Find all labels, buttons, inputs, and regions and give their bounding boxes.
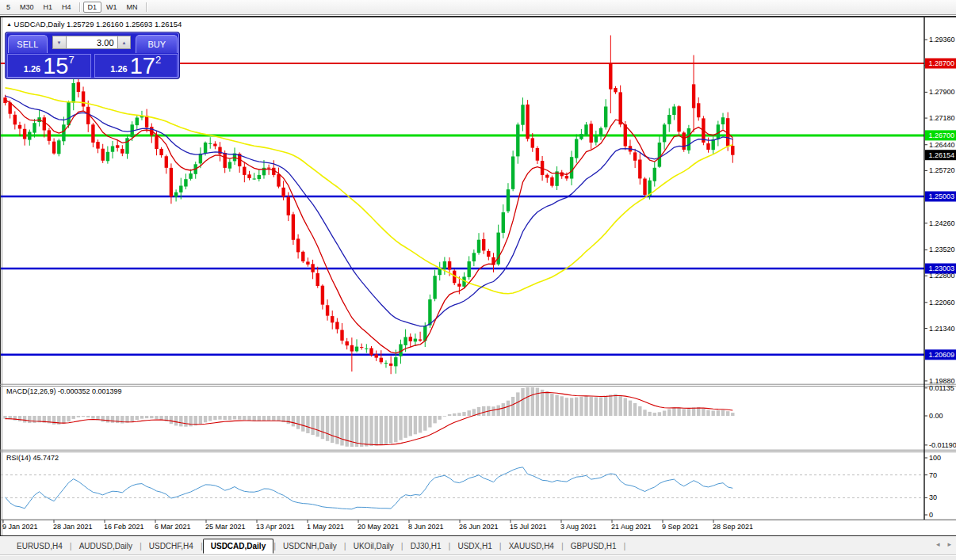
chart-tab-eurusd[interactable]: EURUSD,H4	[10, 539, 70, 553]
spinner-down-icon: ▼	[57, 40, 62, 45]
svg-text:20 May 2021: 20 May 2021	[358, 523, 399, 531]
svg-text:25 Mar 2021: 25 Mar 2021	[205, 523, 246, 531]
svg-text:1.23520: 1.23520	[929, 246, 955, 253]
ma-slow-line	[6, 88, 733, 294]
svg-text:15 Jul 2021: 15 Jul 2021	[510, 523, 547, 531]
tab-scroll-left-icon[interactable]: ◂	[936, 540, 940, 548]
support-resistance-lines[interactable]	[1, 63, 924, 355]
svg-text:70: 70	[929, 471, 937, 479]
svg-text:1.20609: 1.20609	[929, 351, 955, 359]
chart-expand-icon[interactable]: ▲	[6, 21, 12, 27]
buy-button[interactable]: BUY	[136, 35, 178, 53]
chart-tab-dj30[interactable]: DJ30,H1	[403, 539, 449, 553]
rsi-indicator-label: RSI(14) 45.7472	[6, 454, 59, 462]
chart-tab-gbpusd[interactable]: GBPUSD,H1	[564, 539, 624, 553]
chart-tab-xauusd[interactable]: XAUUSD,H4	[502, 539, 561, 553]
svg-text:1.21340: 1.21340	[929, 325, 955, 333]
mt4-terminal: 5M30H1H4D1W1MN 1.293601.286401.279001.27…	[0, 0, 956, 560]
one-click-trading-panel: SELL ▼ ▲ BUY 1.26157 1.26172	[6, 32, 179, 78]
svg-text:6 Mar 2021: 6 Mar 2021	[155, 523, 191, 531]
svg-text:1 May 2021: 1 May 2021	[307, 523, 344, 531]
svg-text:13 Apr 2021: 13 Apr 2021	[256, 523, 295, 531]
tab-separator: |	[624, 541, 626, 550]
svg-text:1.26700: 1.26700	[929, 131, 955, 139]
chart-symbol-label: USDCAD,Daily	[14, 20, 65, 29]
trade-panel-prices: 1.26157 1.26172	[7, 54, 178, 78]
chart-header: ▲ USDCAD,Daily 1.25729 1.26160 1.25693 1…	[6, 20, 182, 29]
rsi-axis: 10070300	[924, 454, 941, 519]
chart-tab-bar: EURUSD,H4|AUDUSD,Daily|USDCHF,H4|USDCAD,…	[0, 537, 956, 554]
svg-text:1.27180: 1.27180	[929, 114, 955, 122]
trade-panel-controls: SELL ▼ ▲ BUY	[6, 33, 178, 54]
svg-text:21 Aug 2021: 21 Aug 2021	[611, 523, 652, 531]
tab-scroll-nav: ◂ ▸	[936, 540, 951, 548]
svg-text:1.28700: 1.28700	[929, 59, 955, 67]
chart-tab-usdcnh[interactable]: USDCNH,Daily	[276, 539, 344, 553]
spinner-up-icon: ▲	[121, 40, 126, 45]
date-axis[interactable]: 9 Jan 202128 Jan 202116 Feb 20216 Mar 20…	[2, 520, 753, 531]
candlesticks-layer	[3, 36, 734, 375]
buy-price-big: 17	[130, 55, 155, 76]
svg-text:1.22060: 1.22060	[929, 299, 955, 307]
sell-price-display[interactable]: 1.26157	[7, 54, 91, 78]
svg-text:28 Sep 2021: 28 Sep 2021	[713, 523, 753, 531]
sell-button[interactable]: SELL	[8, 35, 48, 53]
macd-indicator-label: MACD(12,26,9) -0.000352 0.001399	[6, 387, 122, 395]
chart-tab-usdcad[interactable]: USDCAD,Daily	[203, 539, 273, 554]
sell-price-sup: 7	[68, 54, 74, 66]
buy-price-sup: 2	[155, 54, 161, 66]
svg-text:30: 30	[929, 493, 937, 501]
buy-price-display[interactable]: 1.26172	[94, 54, 178, 78]
volume-increase-button[interactable]: ▲	[117, 36, 132, 49]
svg-text:0.01135: 0.01135	[929, 384, 954, 392]
chart-tab-usdchf[interactable]: USDCHF,H4	[142, 539, 201, 553]
svg-text:1.25003: 1.25003	[929, 192, 955, 200]
svg-text:9 Sep 2021: 9 Sep 2021	[662, 523, 698, 531]
svg-text:1.23003: 1.23003	[929, 265, 955, 272]
svg-text:0: 0	[929, 511, 933, 519]
svg-text:8 Jun 2021: 8 Jun 2021	[408, 523, 444, 531]
volume-decrease-button[interactable]: ▼	[52, 36, 67, 49]
price-axis[interactable]: 1.293601.286401.279001.271801.264401.257…	[924, 36, 956, 385]
chart-tab-audusd[interactable]: AUDUSD,Daily	[72, 539, 140, 553]
svg-text:26 Jun 2021: 26 Jun 2021	[459, 523, 499, 531]
volume-input[interactable]	[67, 36, 117, 49]
window-resize-strip	[0, 554, 956, 560]
svg-text:1.27900: 1.27900	[929, 88, 955, 96]
macd-axis: 0.011350.00-0.01190	[924, 384, 956, 449]
svg-text:0.00: 0.00	[929, 412, 943, 420]
svg-text:1.26440: 1.26440	[929, 141, 955, 149]
chart-tab-usdx[interactable]: USDX,H1	[450, 539, 499, 553]
svg-text:100: 100	[929, 454, 941, 462]
svg-text:16 Feb 2021: 16 Feb 2021	[104, 523, 144, 531]
rsi-line	[6, 467, 733, 509]
svg-text:1.25720: 1.25720	[929, 166, 955, 174]
svg-text:1.24260: 1.24260	[929, 219, 955, 227]
chart-canvas[interactable]: 1.293601.286401.279001.271801.264401.257…	[0, 0, 956, 560]
svg-text:9 Jan 2021: 9 Jan 2021	[2, 523, 38, 531]
sell-price-prefix: 1.26	[24, 64, 40, 77]
sell-price-big: 15	[43, 55, 68, 76]
tab-scroll-right-icon[interactable]: ▸	[947, 540, 951, 548]
svg-text:28 Jan 2021: 28 Jan 2021	[53, 523, 93, 531]
svg-text:1.29360: 1.29360	[929, 36, 955, 44]
svg-text:3 Aug 2021: 3 Aug 2021	[560, 523, 597, 531]
svg-text:1.26154: 1.26154	[929, 151, 955, 159]
chart-ohlc-values: 1.25729 1.26160 1.25693 1.26154	[67, 20, 182, 29]
svg-text:-0.01190: -0.01190	[929, 441, 956, 449]
buy-price-prefix: 1.26	[110, 64, 127, 77]
chart-tab-ukoil[interactable]: UKOil,Daily	[346, 539, 401, 553]
